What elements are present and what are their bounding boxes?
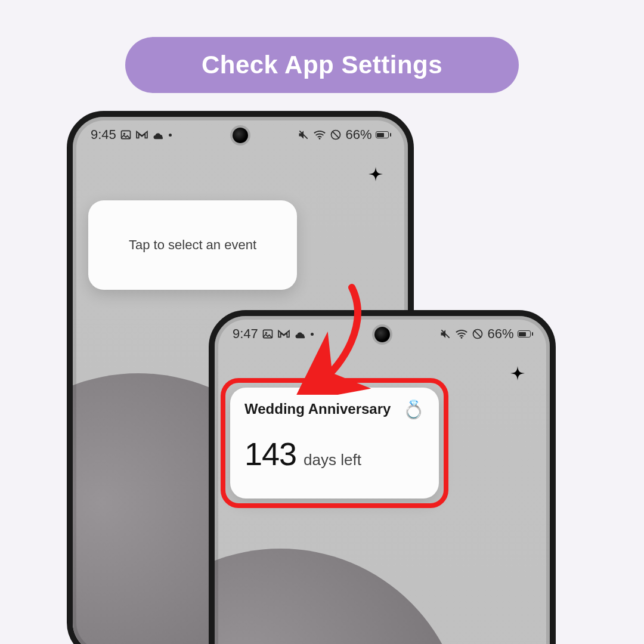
svg-line-5 xyxy=(333,131,340,138)
svg-point-7 xyxy=(265,332,267,334)
no-data-icon xyxy=(472,328,484,340)
dot-icon xyxy=(169,134,172,137)
mute-icon xyxy=(298,129,309,141)
mute-icon xyxy=(439,328,451,340)
image-icon xyxy=(120,129,132,141)
sparkle-icon xyxy=(504,365,531,391)
header-label: Check App Settings xyxy=(202,51,442,79)
no-data-icon xyxy=(330,129,342,141)
status-bar: 9:47 xyxy=(215,316,550,352)
svg-line-11 xyxy=(475,330,482,338)
gmail-icon xyxy=(277,329,290,339)
svg-point-9 xyxy=(461,337,463,339)
wallpaper-blob xyxy=(215,549,465,644)
widget-empty-text: Tap to select an event xyxy=(129,237,256,253)
phone-after: 9:47 xyxy=(209,310,556,644)
svg-point-3 xyxy=(319,138,321,140)
cloud-icon xyxy=(294,329,307,339)
svg-point-1 xyxy=(123,133,125,135)
widget-event-unit: days left xyxy=(304,451,361,469)
status-battery-pct: 66% xyxy=(487,326,513,342)
wifi-icon xyxy=(455,329,468,339)
widget-event-title: Wedding Anniversary xyxy=(244,401,391,417)
status-battery-pct: 66% xyxy=(345,127,371,143)
ring-icon: 💍 xyxy=(402,401,425,419)
phone-side-button xyxy=(555,471,556,561)
status-time: 9:45 xyxy=(91,127,116,143)
phone-side-button xyxy=(555,405,556,459)
cloud-icon xyxy=(152,130,165,140)
widget-event[interactable]: Wedding Anniversary 💍 143 days left xyxy=(230,388,439,499)
status-bar: 9:45 xyxy=(73,117,408,153)
battery-icon xyxy=(518,330,534,338)
wifi-icon xyxy=(313,129,326,140)
header-pill: Check App Settings xyxy=(125,37,519,93)
status-time: 9:47 xyxy=(233,326,258,342)
phone-side-button xyxy=(413,206,414,260)
image-icon xyxy=(262,328,274,340)
sparkle-icon xyxy=(363,166,389,192)
battery-icon xyxy=(376,131,392,138)
widget-event-count: 143 xyxy=(244,435,296,472)
widget-empty[interactable]: Tap to select an event xyxy=(88,200,297,290)
gmail-icon xyxy=(135,130,148,140)
dot-icon xyxy=(311,333,314,336)
